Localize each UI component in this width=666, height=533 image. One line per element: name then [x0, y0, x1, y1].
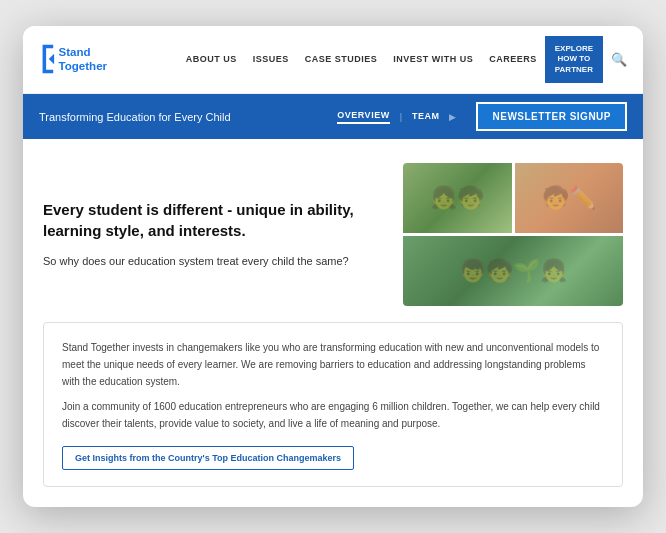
logo[interactable]: Stand Together [39, 37, 159, 81]
nav-issues[interactable]: ISSUES [253, 54, 289, 64]
info-para-2: Join a community of 1600 education entre… [62, 398, 604, 432]
hero-subtext: So why does our education system treat e… [43, 253, 383, 270]
photo-overlay-2: 🧒✏️ [515, 163, 624, 233]
info-card-text: Stand Together invests in changemakers l… [62, 339, 604, 432]
photo-overlay-1: 👧🧒 [403, 163, 512, 233]
nav-case-studies[interactable]: CASE STUDIES [305, 54, 378, 64]
hero-image-1: 👧🧒 [403, 163, 512, 233]
browser-window: Stand Together ABOUT US ISSUES CASE STUD… [23, 26, 643, 507]
hero-section: Every student is different - unique in a… [23, 139, 643, 322]
tab-separator: | [400, 112, 402, 122]
tab-overview[interactable]: OVERVIEW [337, 110, 389, 124]
nav-links: ABOUT US ISSUES CASE STUDIES INVEST WITH… [186, 54, 537, 64]
hero-image-3: 👦🧒🌱👧 [403, 236, 623, 306]
hero-heading: Every student is different - unique in a… [43, 199, 383, 241]
hero-images: 👧🧒 🧒✏️ 👦🧒🌱👧 [403, 163, 623, 306]
nav-invest[interactable]: INVEST WITH US [393, 54, 473, 64]
info-card: Stand Together invests in changemakers l… [43, 322, 623, 487]
explore-partner-cta[interactable]: EXPLORE HOW TO PARTNER [545, 36, 603, 83]
banner-title: Transforming Education for Every Child [39, 111, 317, 123]
svg-text:Stand: Stand [59, 47, 91, 59]
nav-careers[interactable]: CAREERS [489, 54, 537, 64]
info-para-1: Stand Together invests in changemakers l… [62, 339, 604, 390]
blue-banner: Transforming Education for Every Child O… [23, 94, 643, 139]
banner-tabs: OVERVIEW | TEAM ▶ [337, 110, 456, 124]
svg-marker-2 [49, 54, 54, 65]
photo-overlay-3: 👦🧒🌱👧 [403, 236, 623, 306]
svg-text:Together: Together [59, 60, 108, 72]
tab-team[interactable]: TEAM [412, 111, 440, 123]
insights-cta-button[interactable]: Get Insights from the Country's Top Educ… [62, 446, 354, 470]
nav-about[interactable]: ABOUT US [186, 54, 237, 64]
top-nav: Stand Together ABOUT US ISSUES CASE STUD… [23, 26, 643, 94]
hero-text: Every student is different - unique in a… [43, 163, 383, 306]
hero-image-2: 🧒✏️ [515, 163, 624, 233]
search-icon[interactable]: 🔍 [611, 52, 627, 67]
newsletter-signup-button[interactable]: NEWSLETTER SIGNUP [476, 102, 627, 131]
tab-separator2: ▶ [449, 112, 456, 122]
